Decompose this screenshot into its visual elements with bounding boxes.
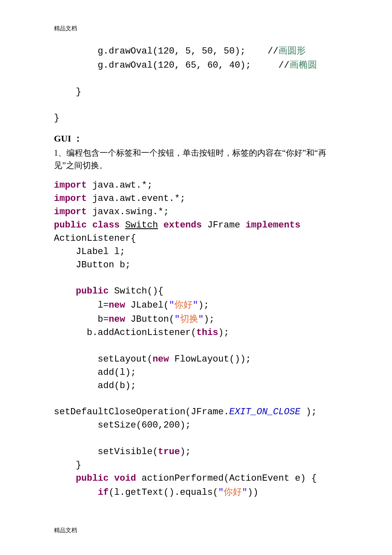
code-line: g.drawOval(120, 65, 60, 40); [54, 60, 278, 71]
code-text [158, 220, 163, 230]
prose-text: 、编程包含一个标签和一个按钮，单击按钮时，标签的内容在“你好”和“再见”之间切换… [54, 148, 326, 170]
code-text: ); [180, 447, 191, 457]
code-text: actionPerformed(ActionEvent e) { [136, 473, 317, 484]
section-title: GUI ： [54, 132, 338, 145]
code-text [54, 473, 76, 484]
keyword: implements [246, 220, 300, 230]
code-text: ); [198, 300, 209, 311]
code-text: ); [300, 407, 317, 417]
code-text: JFrame [202, 220, 246, 230]
code-line: g.drawOval(120, 5, 50, 50); [54, 46, 268, 56]
keyword: public [76, 286, 109, 296]
page-header-label: 精品文档 [54, 25, 338, 32]
code-text: b.addActionListener( [54, 328, 196, 338]
code-text [109, 473, 114, 484]
code-text: java.awt.event.*; [87, 193, 185, 204]
keyword: this [196, 328, 218, 338]
code-line: } [54, 460, 81, 470]
keyword: if [98, 487, 109, 498]
string-literal: 你好 [174, 299, 192, 310]
string-quote: " [218, 487, 224, 498]
code-text: l= [54, 300, 109, 311]
code-line: } [54, 113, 59, 123]
code-text: JButton( [125, 314, 175, 325]
string-quote: " [198, 314, 204, 325]
code-text [87, 220, 92, 230]
keyword: new [109, 314, 125, 325]
code-text: (l.getText().equals( [109, 487, 218, 498]
keyword: public [54, 220, 87, 230]
code-text: ); [204, 314, 214, 325]
code-text [54, 286, 76, 296]
code-line: add(l); [54, 367, 136, 378]
exercise-prompt: 1、编程包含一个标签和一个按钮，单击按钮时，标签的内容在“你好”和“再见”之间切… [54, 147, 338, 171]
comment-slash: // [278, 60, 289, 71]
code-block-top: g.drawOval(120, 5, 50, 50); //画圆形 g.draw… [54, 44, 338, 125]
class-name: Switch [125, 220, 158, 230]
prose-number: 1 [54, 148, 58, 157]
string-quote: " [174, 314, 180, 325]
string-quote: " [169, 300, 174, 311]
string-literal: 你好 [224, 487, 242, 497]
code-line: } [54, 87, 81, 97]
string-literal: 切换 [180, 313, 198, 324]
document-page: 精品文档 g.drawOval(120, 5, 50, 50); //画圆形 g… [0, 0, 392, 555]
code-text: FlowLayout()); [169, 354, 251, 364]
code-text [54, 487, 98, 498]
code-line: JButton b; [54, 260, 131, 270]
code-text: JLabel( [125, 300, 169, 311]
code-text [119, 220, 125, 230]
string-quote: " [242, 487, 247, 498]
comment-text: 画圆形 [278, 45, 306, 56]
code-line: add(b); [54, 381, 136, 391]
code-text: b= [54, 314, 109, 325]
keyword: class [92, 220, 119, 230]
keyword: new [153, 354, 169, 364]
code-text: javax.swing.*; [87, 207, 169, 217]
keyword: new [109, 300, 125, 311]
code-text: setLayout( [54, 354, 153, 364]
keyword: import [54, 180, 87, 191]
code-text: )) [247, 487, 258, 498]
keyword: import [54, 193, 87, 204]
keyword: true [158, 447, 180, 457]
code-line: JLabel l; [54, 247, 125, 257]
string-quote: " [192, 300, 198, 311]
code-line: setSize(600,200); [54, 420, 191, 430]
code-text: setDefaultCloseOperation(JFrame. [54, 407, 229, 417]
code-text: ); [218, 328, 229, 338]
code-text: setVisible( [54, 447, 158, 457]
keyword: extends [163, 220, 202, 230]
code-line: ActionListener{ [54, 233, 136, 244]
page-footer-label: 精品文档 [54, 527, 77, 534]
code-block-main: import java.awt.*; import java.awt.event… [54, 179, 338, 499]
constant: EXIT_ON_CLOSE [229, 407, 300, 417]
keyword: public [76, 473, 109, 484]
code-text: java.awt.*; [87, 180, 152, 191]
keyword: import [54, 207, 87, 217]
code-text: Switch(){ [109, 286, 163, 296]
comment-slash: // [268, 46, 278, 56]
keyword: void [114, 473, 136, 484]
comment-text: 画椭圆 [290, 59, 317, 70]
